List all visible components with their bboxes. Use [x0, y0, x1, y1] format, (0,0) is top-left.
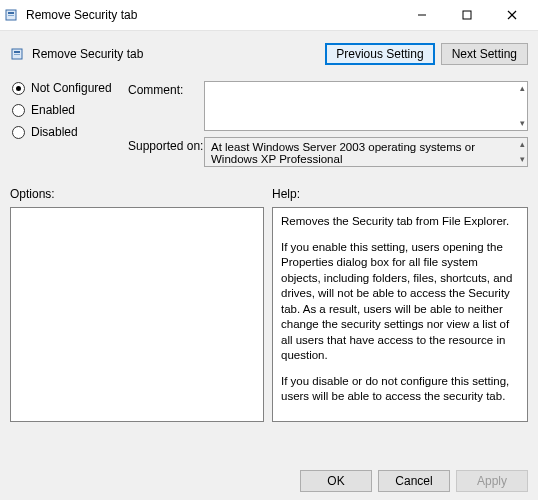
chevron-down-icon[interactable]: ▾ [520, 155, 525, 164]
policy-icon [4, 7, 20, 23]
minimize-button[interactable] [399, 1, 444, 29]
svg-rect-4 [463, 11, 471, 19]
radio-circle-icon [12, 82, 25, 95]
policy-title: Remove Security tab [32, 47, 319, 61]
help-label: Help: [272, 187, 528, 201]
next-setting-button[interactable]: Next Setting [441, 43, 528, 65]
help-paragraph: Removes the Security tab from File Explo… [281, 214, 519, 230]
cancel-button[interactable]: Cancel [378, 470, 450, 492]
supported-on-field: At least Windows Server 2003 operating s… [204, 137, 528, 167]
help-panel: Removes the Security tab from File Explo… [272, 207, 528, 422]
titlebar: Remove Security tab [0, 0, 538, 30]
window-title: Remove Security tab [26, 8, 399, 22]
radio-disabled[interactable]: Disabled [12, 125, 128, 139]
radio-label: Not Configured [31, 81, 112, 95]
help-column: Help: Removes the Security tab from File… [272, 187, 528, 422]
footer-buttons: OK Cancel Apply [300, 470, 528, 492]
radio-circle-icon [12, 104, 25, 117]
radio-circle-icon [12, 126, 25, 139]
config-row: Not Configured Enabled Disabled Comment:… [10, 81, 528, 173]
close-button[interactable] [489, 1, 534, 29]
dialog-body: Remove Security tab Previous Setting Nex… [0, 30, 538, 500]
radio-label: Enabled [31, 103, 75, 117]
radio-not-configured[interactable]: Not Configured [12, 81, 128, 95]
svg-rect-1 [8, 12, 14, 14]
radio-enabled[interactable]: Enabled [12, 103, 128, 117]
comment-row: Comment: ▴ ▾ [128, 81, 528, 131]
help-paragraph: If you enable this setting, users openin… [281, 240, 519, 364]
state-radio-group: Not Configured Enabled Disabled [10, 81, 128, 173]
previous-setting-button[interactable]: Previous Setting [325, 43, 434, 65]
supported-row: Supported on: At least Windows Server 20… [128, 137, 528, 167]
comment-input[interactable]: ▴ ▾ [204, 81, 528, 131]
comment-label: Comment: [128, 81, 204, 131]
options-panel [10, 207, 264, 422]
options-label: Options: [10, 187, 264, 201]
svg-rect-9 [14, 54, 20, 55]
apply-button[interactable]: Apply [456, 470, 528, 492]
radio-label: Disabled [31, 125, 78, 139]
options-column: Options: [10, 187, 264, 422]
supported-label: Supported on: [128, 137, 204, 167]
svg-rect-8 [14, 51, 20, 53]
form-column: Comment: ▴ ▾ Supported on: At least Wind… [128, 81, 528, 173]
chevron-down-icon[interactable]: ▾ [520, 119, 525, 128]
help-paragraph: If you disable or do not configure this … [281, 374, 519, 405]
lower-panels: Options: Help: Removes the Security tab … [10, 187, 528, 422]
window-controls [399, 1, 534, 29]
ok-button[interactable]: OK [300, 470, 372, 492]
svg-rect-2 [8, 15, 14, 16]
header-row: Remove Security tab Previous Setting Nex… [10, 39, 528, 69]
supported-value: At least Windows Server 2003 operating s… [211, 141, 475, 165]
policy-icon [10, 46, 26, 62]
maximize-button[interactable] [444, 1, 489, 29]
chevron-up-icon[interactable]: ▴ [520, 84, 525, 93]
chevron-up-icon[interactable]: ▴ [520, 140, 525, 149]
